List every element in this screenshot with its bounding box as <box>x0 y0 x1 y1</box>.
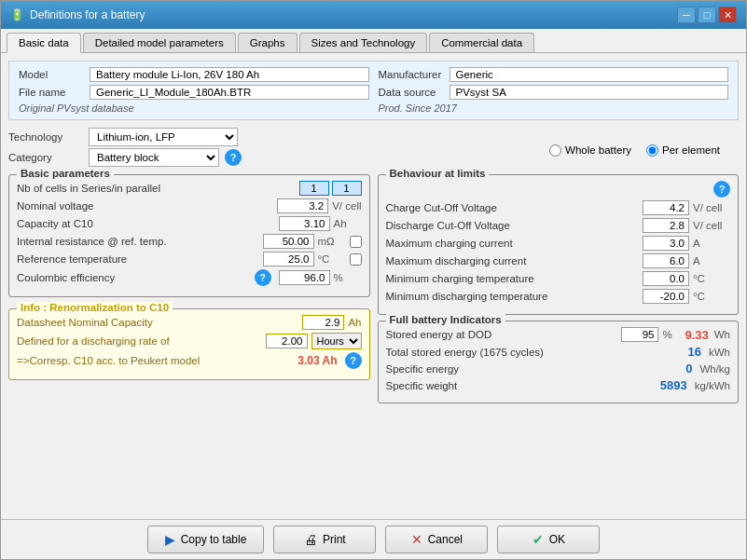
specific-energy-value: 0 <box>685 362 692 376</box>
ref-temp-row: Reference temperature °C <box>17 252 362 266</box>
category-row: Category Battery block ? <box>8 148 242 167</box>
indicators-group: Full battery Indicators Stored energy at… <box>378 321 740 403</box>
renorm-title: Info : Renormalization to C10 <box>17 302 173 313</box>
max-discharge-unit: A <box>693 255 730 266</box>
max-discharge-label: Maximum discharging current <box>386 255 640 266</box>
tabs-bar: Basic data Detailed model parameters Gra… <box>1 29 746 53</box>
title-bar: 🔋 Definitions for a battery ─ □ ✕ <box>1 1 746 29</box>
print-button[interactable]: 🖨 Print <box>273 526 376 553</box>
manufacturer-row: Manufacturer Generic <box>379 67 729 82</box>
cancel-button[interactable]: ✕ Cancel <box>385 526 488 553</box>
ref-temp-checkbox[interactable] <box>350 253 362 266</box>
discharge-cutoff-input[interactable] <box>643 218 689 233</box>
ok-button[interactable]: ✔ OK <box>497 526 600 553</box>
category-help-button[interactable]: ? <box>225 149 242 166</box>
tab-graphs[interactable]: Graphs <box>238 33 297 52</box>
capacity-row: Capacity at C10 Ah <box>17 216 362 231</box>
min-charge-temp-unit: °C <box>693 273 730 284</box>
max-charge-label: Maximum charging current <box>386 238 640 249</box>
behaviour-help-button[interactable]: ? <box>713 181 730 198</box>
manufacturer-value: Generic <box>450 67 729 82</box>
whole-battery-radio-input[interactable] <box>549 144 561 157</box>
min-charge-temp-input[interactable] <box>643 271 689 286</box>
specific-weight-row: Specific weight 5893 kg/kWh <box>386 378 731 392</box>
stored-dod-value: 9.33 <box>685 328 708 342</box>
discharge-cutoff-row: Discharge Cut-Off Voltage V/ cell <box>386 218 731 233</box>
corresp-label: =>Corresp. C10 acc. to Peukert model <box>17 355 294 366</box>
charge-cutoff-label: Charge Cut-Off Voltage <box>386 202 640 213</box>
capacity-unit: Ah <box>334 218 362 229</box>
specific-energy-label: Specific energy <box>386 363 683 375</box>
stored-dod-unit: Wh <box>714 329 730 340</box>
filename-row: File name Generic_LI_Module_180Ah.BTR <box>19 85 369 100</box>
discharge-unit-select[interactable]: Hours <box>311 333 362 349</box>
max-discharge-input[interactable] <box>643 253 689 268</box>
main-content: Model Battery module Li-Ion, 26V 180 Ah … <box>1 53 746 519</box>
min-discharge-temp-row: Minimum discharging temperature °C <box>386 289 731 304</box>
nominal-cap-input[interactable] <box>302 315 344 330</box>
technology-select[interactable]: Lithium-ion, LFP <box>89 128 238 146</box>
cells-parallel-input[interactable] <box>332 181 362 196</box>
internal-res-unit: mΩ <box>318 236 346 247</box>
capacity-label: Capacity at C10 <box>17 218 275 229</box>
specific-weight-unit: kg/kWh <box>695 380 730 391</box>
per-element-radio[interactable]: Per element <box>646 144 720 157</box>
nominal-cap-unit: Ah <box>348 317 361 328</box>
coulombic-help-button[interactable]: ? <box>255 269 271 286</box>
charge-cutoff-input[interactable] <box>643 200 689 215</box>
per-element-radio-input[interactable] <box>646 144 658 157</box>
cells-label: Nb of cells in Series/in parallel <box>17 183 296 194</box>
app-icon: 🔋 <box>10 8 24 21</box>
datasource-label: Data source <box>379 87 444 98</box>
minimize-button[interactable]: ─ <box>677 7 696 23</box>
coulombic-label: Coulombic efficiency <box>17 272 247 283</box>
total-stored-value: 16 <box>688 345 701 359</box>
nominal-voltage-unit: V/ cell <box>332 200 361 212</box>
whole-battery-radio[interactable]: Whole battery <box>549 144 631 157</box>
tab-commercial[interactable]: Commercial data <box>429 33 534 52</box>
db-note: Original PVsyst database <box>19 102 369 114</box>
total-stored-row: Total stored energy (1675 cycles) 16 kWh <box>386 345 731 359</box>
close-button[interactable]: ✕ <box>718 7 737 23</box>
charge-cutoff-unit: V/ cell <box>693 202 730 213</box>
basic-params-title: Basic parameters <box>17 168 114 179</box>
copy-to-table-button[interactable]: ▶ Copy to table <box>147 526 265 553</box>
tab-detailed[interactable]: Detailed model parameters <box>83 33 236 52</box>
internal-res-input[interactable] <box>263 234 314 249</box>
min-discharge-temp-input[interactable] <box>643 289 689 304</box>
discharge-cutoff-label: Discharge Cut-Off Voltage <box>386 220 640 231</box>
cancel-icon: ✕ <box>411 532 422 547</box>
maximize-button[interactable]: □ <box>698 7 716 23</box>
internal-res-checkbox[interactable] <box>350 236 362 248</box>
stored-dod-percent-unit: % <box>662 329 681 340</box>
corresp-row: =>Corresp. C10 acc. to Peukert model 3.0… <box>17 352 362 369</box>
discharge-rate-input[interactable] <box>266 334 308 348</box>
coulombic-input[interactable] <box>279 270 330 285</box>
min-charge-temp-label: Minimum charging temperature <box>386 273 640 284</box>
datasource-value: PVsyst SA <box>450 85 729 100</box>
ok-label: OK <box>549 533 565 546</box>
specific-weight-value: 5893 <box>660 378 687 392</box>
tab-sizes[interactable]: Sizes and Technology <box>299 33 428 52</box>
ref-temp-label: Reference temperature <box>17 253 259 265</box>
cells-series-input[interactable] <box>299 181 329 196</box>
max-charge-input[interactable] <box>643 236 689 251</box>
stored-dod-label: Stored energy at DOD <box>386 329 618 340</box>
nominal-voltage-input[interactable] <box>277 198 328 213</box>
coulombic-unit: % <box>334 272 362 283</box>
renorm-group: Info : Renormalization to C10 Datasheet … <box>8 308 370 380</box>
stored-dod-percent-input[interactable] <box>621 327 658 342</box>
corresp-help-button[interactable]: ? <box>345 352 362 369</box>
cancel-label: Cancel <box>428 533 463 546</box>
datasource-row: Data source PVsyst SA <box>379 85 729 100</box>
tab-basic[interactable]: Basic data <box>7 33 81 53</box>
print-icon: 🖨 <box>304 532 317 547</box>
min-charge-temp-row: Minimum charging temperature °C <box>386 271 731 286</box>
category-select[interactable]: Battery block <box>89 148 219 167</box>
max-discharge-row: Maximum discharging current A <box>386 253 731 268</box>
tech-category-area: Technology Lithium-ion, LFP Category Bat… <box>8 128 242 169</box>
ref-temp-input[interactable] <box>263 252 314 266</box>
capacity-input[interactable] <box>279 216 330 231</box>
cells-row: Nb of cells in Series/in parallel <box>17 181 362 196</box>
right-column: Behaviour at limits ? Charge Cut-Off Vol… <box>378 174 740 403</box>
